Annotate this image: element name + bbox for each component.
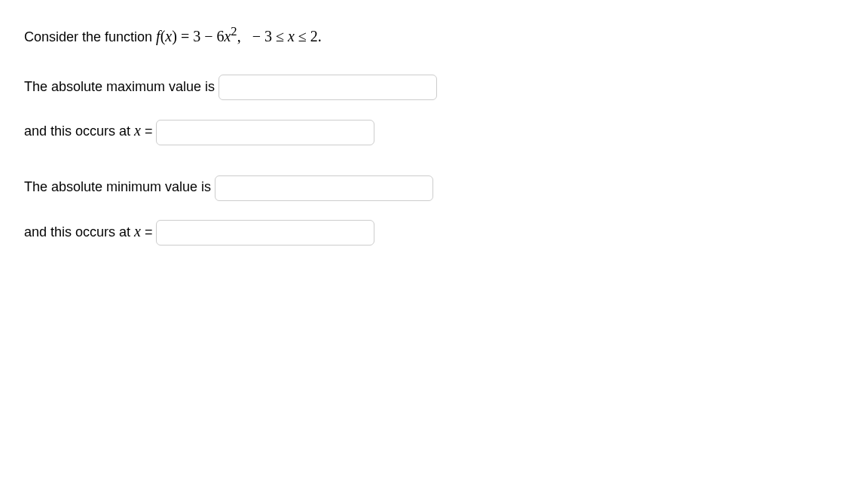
max-value-label: The absolute maximum value is <box>24 79 219 94</box>
domain-left: − 3 ≤ <box>241 28 288 44</box>
max-x-input[interactable] <box>156 120 374 145</box>
problem-statement: Consider the function f(x) = 3 − 6x2, − … <box>24 18 844 53</box>
min-x-row: and this occurs at x = <box>24 215 844 248</box>
domain-right: ≤ 2. <box>295 28 322 44</box>
equals: = <box>177 28 193 44</box>
min-x-equals: = <box>141 224 157 239</box>
question-prefix: Consider the function <box>24 29 156 44</box>
min-value-input[interactable] <box>215 175 433 201</box>
max-x-var: x <box>134 122 141 139</box>
min-x-var: x <box>134 223 141 239</box>
min-value-label: The absolute minimum value is <box>24 179 215 194</box>
group-spacer <box>24 159 844 172</box>
max-value-row: The absolute maximum value is <box>24 72 844 102</box>
min-x-prefix: and this occurs at <box>24 224 134 239</box>
domain-var: x <box>288 28 295 44</box>
min-value-row: The absolute minimum value is <box>24 172 844 203</box>
max-value-input[interactable] <box>219 75 437 100</box>
paren-close: ) <box>172 28 177 44</box>
max-x-prefix: and this occurs at <box>24 124 134 139</box>
rhs-const: 3 − 6 <box>193 28 224 44</box>
max-x-row: and this occurs at x = <box>24 114 844 147</box>
min-x-input[interactable] <box>156 220 374 246</box>
max-x-equals: = <box>141 124 157 139</box>
rhs-exponent: 2 <box>231 24 237 38</box>
fn-variable: x <box>165 28 172 44</box>
